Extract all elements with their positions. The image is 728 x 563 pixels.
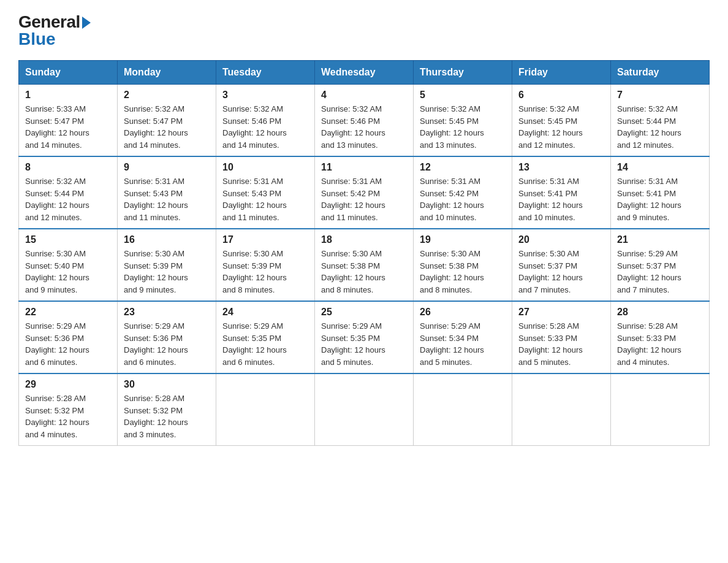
weekday-header-monday: Monday [118,61,216,85]
calendar-cell: 3Sunrise: 5:32 AMSunset: 5:46 PMDaylight… [216,85,315,157]
day-number: 21 [617,234,703,245]
day-number: 13 [518,162,604,173]
day-number: 10 [222,162,308,173]
calendar-cell: 27Sunrise: 5:28 AMSunset: 5:33 PMDayligh… [512,301,611,373]
calendar-table: SundayMondayTuesdayWednesdayThursdayFrid… [18,60,710,446]
day-number: 27 [518,307,604,318]
day-number: 22 [25,307,111,318]
calendar-cell: 12Sunrise: 5:31 AMSunset: 5:42 PMDayligh… [414,156,512,229]
day-number: 7 [617,90,703,101]
day-number: 6 [518,90,604,101]
calendar-cell: 15Sunrise: 5:30 AMSunset: 5:40 PMDayligh… [19,229,118,301]
day-number: 11 [321,162,407,173]
calendar-cell: 11Sunrise: 5:31 AMSunset: 5:42 PMDayligh… [315,156,414,229]
weekday-header-tuesday: Tuesday [216,61,315,85]
calendar-cell: 19Sunrise: 5:30 AMSunset: 5:38 PMDayligh… [414,229,512,301]
calendar-cell: 26Sunrise: 5:29 AMSunset: 5:34 PMDayligh… [414,301,512,373]
day-info: Sunrise: 5:28 AMSunset: 5:33 PMDaylight:… [518,320,604,368]
calendar-cell: 28Sunrise: 5:28 AMSunset: 5:33 PMDayligh… [611,301,710,373]
day-number: 23 [124,307,210,318]
day-number: 17 [222,234,308,245]
weekday-header-wednesday: Wednesday [315,61,414,85]
day-info: Sunrise: 5:29 AMSunset: 5:35 PMDaylight:… [222,320,308,368]
logo-blue-text: Blue [18,29,56,49]
day-number: 4 [321,90,407,101]
day-info: Sunrise: 5:30 AMSunset: 5:38 PMDaylight:… [420,248,506,296]
day-number: 28 [617,307,703,318]
day-info: Sunrise: 5:29 AMSunset: 5:36 PMDaylight:… [25,320,111,368]
day-number: 20 [518,234,604,245]
day-info: Sunrise: 5:32 AMSunset: 5:45 PMDaylight:… [518,103,604,151]
calendar-cell: 10Sunrise: 5:31 AMSunset: 5:43 PMDayligh… [216,156,315,229]
calendar-cell: 25Sunrise: 5:29 AMSunset: 5:35 PMDayligh… [315,301,414,373]
day-number: 8 [25,162,111,173]
day-number: 3 [222,90,308,101]
calendar-cell: 1Sunrise: 5:33 AMSunset: 5:47 PMDaylight… [19,85,118,157]
day-info: Sunrise: 5:33 AMSunset: 5:47 PMDaylight:… [25,103,111,151]
day-info: Sunrise: 5:29 AMSunset: 5:34 PMDaylight:… [420,320,506,368]
calendar-cell [512,373,611,446]
calendar-week-row: 8Sunrise: 5:32 AMSunset: 5:44 PMDaylight… [19,156,710,229]
calendar-cell: 2Sunrise: 5:32 AMSunset: 5:47 PMDaylight… [118,85,216,157]
day-info: Sunrise: 5:29 AMSunset: 5:35 PMDaylight:… [321,320,407,368]
day-info: Sunrise: 5:28 AMSunset: 5:32 PMDaylight:… [25,393,111,440]
day-info: Sunrise: 5:29 AMSunset: 5:36 PMDaylight:… [124,320,210,368]
calendar-cell [216,373,315,446]
calendar-cell: 6Sunrise: 5:32 AMSunset: 5:45 PMDaylight… [512,85,611,157]
calendar-cell: 16Sunrise: 5:30 AMSunset: 5:39 PMDayligh… [118,229,216,301]
day-info: Sunrise: 5:28 AMSunset: 5:33 PMDaylight:… [617,320,703,368]
day-number: 15 [25,234,111,245]
weekday-header-friday: Friday [512,61,611,85]
day-info: Sunrise: 5:31 AMSunset: 5:43 PMDaylight:… [124,175,210,223]
day-number: 30 [124,379,210,390]
day-number: 18 [321,234,407,245]
calendar-cell: 29Sunrise: 5:28 AMSunset: 5:32 PMDayligh… [19,373,118,446]
calendar-cell: 30Sunrise: 5:28 AMSunset: 5:32 PMDayligh… [118,373,216,446]
day-info: Sunrise: 5:30 AMSunset: 5:39 PMDaylight:… [222,248,308,296]
day-info: Sunrise: 5:30 AMSunset: 5:37 PMDaylight:… [518,248,604,296]
logo-chevron-icon [82,17,91,29]
day-info: Sunrise: 5:30 AMSunset: 5:40 PMDaylight:… [25,248,111,296]
day-number: 12 [420,162,506,173]
day-info: Sunrise: 5:31 AMSunset: 5:41 PMDaylight:… [617,175,703,223]
day-info: Sunrise: 5:31 AMSunset: 5:42 PMDaylight:… [321,175,407,223]
day-info: Sunrise: 5:32 AMSunset: 5:46 PMDaylight:… [321,103,407,151]
day-number: 16 [124,234,210,245]
calendar-cell: 14Sunrise: 5:31 AMSunset: 5:41 PMDayligh… [611,156,710,229]
weekday-header-sunday: Sunday [19,61,118,85]
day-number: 29 [25,379,111,390]
day-info: Sunrise: 5:32 AMSunset: 5:44 PMDaylight:… [25,175,111,223]
calendar-week-row: 22Sunrise: 5:29 AMSunset: 5:36 PMDayligh… [19,301,710,373]
calendar-cell: 21Sunrise: 5:29 AMSunset: 5:37 PMDayligh… [611,229,710,301]
calendar-cell: 8Sunrise: 5:32 AMSunset: 5:44 PMDaylight… [19,156,118,229]
calendar-cell: 17Sunrise: 5:30 AMSunset: 5:39 PMDayligh… [216,229,315,301]
day-number: 19 [420,234,506,245]
calendar-cell: 13Sunrise: 5:31 AMSunset: 5:41 PMDayligh… [512,156,611,229]
day-info: Sunrise: 5:31 AMSunset: 5:43 PMDaylight:… [222,175,308,223]
day-number: 1 [25,90,111,101]
day-number: 26 [420,307,506,318]
calendar-cell: 20Sunrise: 5:30 AMSunset: 5:37 PMDayligh… [512,229,611,301]
day-number: 24 [222,307,308,318]
calendar-week-row: 29Sunrise: 5:28 AMSunset: 5:32 PMDayligh… [19,373,710,446]
calendar-cell: 9Sunrise: 5:31 AMSunset: 5:43 PMDaylight… [118,156,216,229]
day-number: 2 [124,90,210,101]
day-info: Sunrise: 5:32 AMSunset: 5:46 PMDaylight:… [222,103,308,151]
weekday-header-saturday: Saturday [611,61,710,85]
day-info: Sunrise: 5:32 AMSunset: 5:47 PMDaylight:… [124,103,210,151]
calendar-cell [611,373,710,446]
day-number: 5 [420,90,506,101]
day-info: Sunrise: 5:30 AMSunset: 5:39 PMDaylight:… [124,248,210,296]
calendar-cell: 4Sunrise: 5:32 AMSunset: 5:46 PMDaylight… [315,85,414,157]
day-info: Sunrise: 5:28 AMSunset: 5:32 PMDaylight:… [124,393,210,440]
logo: General Blue [18,12,91,49]
day-number: 9 [124,162,210,173]
calendar-week-row: 1Sunrise: 5:33 AMSunset: 5:47 PMDaylight… [19,85,710,157]
calendar-cell [414,373,512,446]
day-number: 25 [321,307,407,318]
weekday-header-thursday: Thursday [414,61,512,85]
day-info: Sunrise: 5:30 AMSunset: 5:38 PMDaylight:… [321,248,407,296]
calendar-cell [315,373,414,446]
calendar-cell: 18Sunrise: 5:30 AMSunset: 5:38 PMDayligh… [315,229,414,301]
day-info: Sunrise: 5:32 AMSunset: 5:45 PMDaylight:… [420,103,506,151]
